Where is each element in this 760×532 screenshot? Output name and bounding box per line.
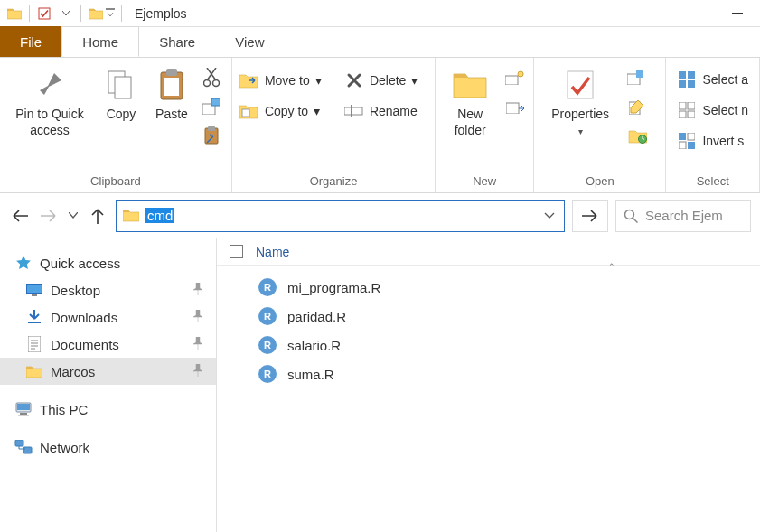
invert-selection-button[interactable]: Invert s bbox=[677, 128, 748, 154]
svg-rect-19 bbox=[506, 103, 519, 114]
select-none-button[interactable]: Select n bbox=[677, 98, 748, 123]
delete-icon bbox=[344, 70, 364, 90]
svg-rect-30 bbox=[688, 102, 695, 109]
svg-rect-2 bbox=[732, 13, 743, 14]
nav-sidebar: Quick access Desktop Downloads bbox=[0, 238, 217, 532]
folder-icon bbox=[122, 207, 140, 225]
address-bar[interactable]: cmd bbox=[116, 200, 565, 232]
pin-to-quick-access-button[interactable]: Pin to Quick access bbox=[5, 63, 94, 142]
file-name: salario.R bbox=[287, 338, 341, 353]
copy-button[interactable]: Copy bbox=[98, 63, 145, 125]
up-button[interactable] bbox=[87, 205, 108, 227]
ribbon-group-clipboard: Pin to Quick access Copy Paste bbox=[0, 58, 232, 192]
address-history-button[interactable] bbox=[540, 212, 558, 219]
ribbon-group-new: New folder New bbox=[436, 58, 534, 192]
file-row[interactable]: Rmi_programa.R bbox=[217, 273, 760, 302]
pin-icon bbox=[32, 67, 68, 103]
sidebar-item-network[interactable]: Network bbox=[0, 434, 216, 461]
delete-button[interactable]: Delete ▾ bbox=[344, 68, 418, 93]
paste-shortcut-button[interactable] bbox=[201, 125, 222, 146]
sidebar-quick-access[interactable]: Quick access bbox=[0, 249, 216, 276]
svg-rect-36 bbox=[688, 142, 695, 149]
cut-button[interactable] bbox=[201, 67, 222, 89]
svg-point-18 bbox=[518, 71, 523, 77]
file-row[interactable]: Rparidad.R bbox=[217, 302, 760, 331]
documents-icon bbox=[25, 335, 43, 353]
svg-rect-39 bbox=[27, 285, 42, 293]
network-icon bbox=[14, 438, 33, 456]
search-input[interactable]: Search Ejem bbox=[615, 200, 751, 232]
file-row[interactable]: Rsuma.R bbox=[217, 359, 760, 388]
svg-rect-33 bbox=[679, 133, 686, 140]
qat-chevron-down-icon[interactable] bbox=[57, 5, 75, 23]
new-folder-button[interactable]: New folder bbox=[441, 63, 499, 142]
svg-rect-17 bbox=[505, 76, 518, 85]
invert-selection-icon bbox=[677, 131, 697, 151]
copy-path-icon bbox=[202, 98, 220, 115]
move-to-icon bbox=[239, 70, 259, 90]
qat-save-icon[interactable] bbox=[35, 5, 53, 23]
new-item-button[interactable] bbox=[504, 67, 526, 89]
properties-button[interactable]: Properties ▾ bbox=[540, 63, 621, 140]
copy-to-button[interactable]: Copy to ▾ bbox=[239, 98, 339, 124]
tab-view[interactable]: View bbox=[215, 26, 284, 57]
address-input[interactable]: cmd bbox=[145, 208, 174, 223]
qat-dropdown-icon[interactable] bbox=[105, 5, 116, 23]
copy-icon bbox=[103, 67, 139, 103]
tab-share[interactable]: Share bbox=[139, 26, 215, 57]
svg-rect-32 bbox=[688, 111, 695, 118]
history-button[interactable] bbox=[626, 125, 648, 146]
sidebar-item-downloads[interactable]: Downloads bbox=[0, 303, 216, 331]
new-folder-icon bbox=[452, 67, 488, 103]
minimize-button[interactable] bbox=[718, 1, 756, 26]
svg-rect-11 bbox=[211, 98, 220, 106]
svg-rect-25 bbox=[679, 71, 686, 79]
r-file-icon: R bbox=[258, 307, 277, 325]
chevron-down-icon: ▾ bbox=[314, 104, 320, 118]
svg-rect-47 bbox=[15, 440, 23, 446]
file-row[interactable]: Rsalario.R bbox=[217, 331, 760, 359]
title-bar: Ejemplos bbox=[0, 0, 760, 27]
open-icon bbox=[627, 70, 647, 85]
go-button[interactable] bbox=[572, 200, 608, 232]
svg-rect-31 bbox=[679, 111, 686, 118]
svg-point-9 bbox=[213, 80, 220, 87]
edit-button[interactable] bbox=[626, 96, 648, 117]
sidebar-item-thispc[interactable]: This PC bbox=[0, 396, 216, 423]
chevron-down-icon: ▾ bbox=[315, 73, 322, 88]
select-all-button[interactable]: Select a bbox=[677, 67, 748, 92]
svg-rect-27 bbox=[679, 80, 686, 88]
r-file-icon: R bbox=[258, 336, 277, 354]
tab-home[interactable]: Home bbox=[61, 26, 139, 57]
sidebar-item-documents[interactable]: Documents bbox=[0, 331, 216, 358]
svg-rect-41 bbox=[28, 322, 41, 323]
r-file-icon: R bbox=[258, 365, 277, 383]
rename-button[interactable]: Rename bbox=[344, 98, 418, 124]
sidebar-item-desktop[interactable]: Desktop bbox=[0, 276, 216, 303]
separator-icon bbox=[80, 5, 81, 22]
easy-access-button[interactable] bbox=[504, 96, 526, 117]
separator-icon bbox=[29, 5, 30, 22]
location-folder-icon[interactable] bbox=[87, 5, 105, 23]
forward-button[interactable] bbox=[38, 205, 60, 227]
back-button[interactable] bbox=[9, 205, 31, 227]
properties-icon bbox=[562, 67, 598, 103]
select-all-checkbox[interactable] bbox=[230, 245, 243, 258]
open-button[interactable] bbox=[626, 67, 648, 89]
svg-rect-35 bbox=[679, 142, 686, 149]
paste-button[interactable]: Paste bbox=[148, 63, 195, 125]
copy-path-button[interactable] bbox=[201, 96, 222, 117]
svg-rect-20 bbox=[568, 71, 593, 98]
tab-file[interactable]: File bbox=[0, 26, 61, 57]
column-header-name[interactable]: Name bbox=[256, 245, 753, 259]
move-to-button[interactable]: Move to ▾ bbox=[239, 68, 339, 93]
file-name: paridad.R bbox=[287, 309, 346, 324]
svg-rect-34 bbox=[688, 133, 695, 140]
sidebar-item-marcos[interactable]: Marcos bbox=[0, 358, 216, 385]
desktop-icon bbox=[25, 281, 43, 299]
svg-rect-26 bbox=[688, 71, 695, 79]
file-list: Rmi_programa.RRparidad.RRsalario.RRsuma.… bbox=[217, 266, 760, 396]
svg-rect-16 bbox=[351, 105, 352, 117]
recent-locations-button[interactable] bbox=[67, 205, 80, 227]
edit-icon bbox=[629, 98, 645, 115]
